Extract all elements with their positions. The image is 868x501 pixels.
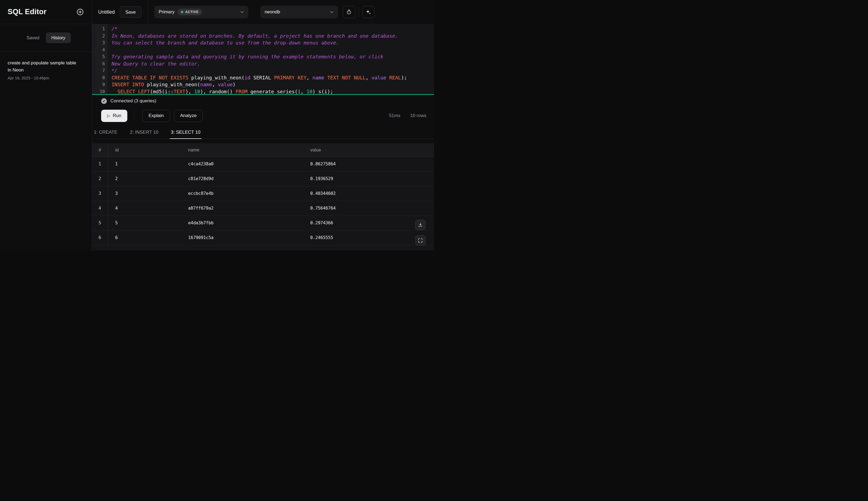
- token-plain: ,: [365, 75, 372, 81]
- chevron-down-icon: [240, 10, 244, 14]
- analyze-button[interactable]: Analyze: [174, 110, 203, 122]
- column-header-name: name: [181, 143, 303, 157]
- line-number: 3: [92, 39, 105, 46]
- file-group: Untitled Save: [92, 0, 148, 24]
- topbar: Untitled Save Primary ACTIVE neondb: [92, 0, 434, 24]
- line-numbers: 12345678910: [92, 24, 108, 94]
- save-button[interactable]: Save: [120, 6, 142, 18]
- result-cell: 5: [92, 215, 108, 230]
- results-table: #idnamevalue 11c4ca4238a00.8627586422c81…: [92, 143, 434, 250]
- code-line: Try generating sample data and querying …: [111, 53, 434, 60]
- row-count: 10 rows: [410, 113, 426, 118]
- line-number: 8: [92, 74, 105, 81]
- token-plain: generate_series(: [248, 89, 298, 94]
- query-title: Untitled: [98, 9, 115, 15]
- token-plain: ), random(): [200, 89, 235, 94]
- token-num: 10: [306, 89, 312, 94]
- clock-icon: [346, 9, 352, 15]
- token-kw: SELECT LEFT: [118, 89, 150, 94]
- token-plain: playing_with_neon(: [188, 75, 244, 81]
- branch-select[interactable]: Primary ACTIVE: [154, 6, 248, 18]
- code-area[interactable]: /*In Neon, databases are stored on branc…: [108, 24, 434, 94]
- token-plain: [111, 89, 118, 94]
- result-cell: 2: [108, 171, 181, 186]
- result-row: 661679091c5a0.2465555: [92, 230, 434, 245]
- result-row: 44a87ff679a20.75646764: [92, 201, 434, 215]
- database-select[interactable]: neondb: [260, 6, 338, 18]
- token-ident: value: [218, 82, 232, 87]
- sql-editor-app: SQL Editor SavedHistory create and popul…: [0, 0, 434, 250]
- token-plain: SERIAL: [250, 75, 274, 81]
- connection-status: ✓ Connected (3 queries): [92, 95, 434, 107]
- token-comment: You can select the branch and database t…: [111, 40, 339, 45]
- explain-button[interactable]: Explain: [142, 110, 170, 122]
- sparkles-icon: [365, 9, 371, 15]
- result-row: 55e4da3b7fbb0.2974366: [92, 215, 434, 230]
- code-line: /*: [111, 25, 434, 32]
- active-dot-icon: [181, 11, 183, 13]
- column-header-row-number: #: [92, 143, 108, 157]
- results-tabs: 1: CREATE2: INSERT 103: SELECT 10: [92, 126, 434, 139]
- new-query-button[interactable]: [76, 8, 84, 16]
- download-button[interactable]: [415, 220, 426, 230]
- sql-editor[interactable]: 12345678910 /*In Neon, databases are sto…: [92, 24, 434, 95]
- token-plain: playing_with_neon(: [144, 82, 200, 87]
- token-kw: TEXT: [174, 89, 185, 94]
- line-number: 5: [92, 53, 105, 60]
- result-row: 33eccbc87e4b0.40344602: [92, 186, 434, 201]
- line-number: 1: [92, 25, 105, 32]
- result-cell: a87ff679a2: [181, 201, 303, 215]
- line-number: 7: [92, 67, 105, 74]
- token-kw: REAL: [389, 75, 401, 81]
- token-plain: ) s(i);: [312, 89, 333, 94]
- code-line: New Query to clear the editor.: [111, 60, 434, 67]
- history-item-title: create and populate sample table in Neon: [8, 60, 77, 73]
- connection-status-text: Connected (3 queries): [110, 98, 156, 104]
- token-plain: [386, 75, 389, 81]
- results-tab-1-create[interactable]: 1: CREATE: [93, 126, 119, 139]
- chevron-down-icon: [329, 10, 334, 14]
- token-plain: (md5(i::: [150, 89, 174, 94]
- result-cell: 2: [92, 171, 108, 186]
- token-plain: ,: [212, 82, 218, 87]
- token-plain: ),: [185, 89, 194, 94]
- results-grid: #idnamevalue 11c4ca4238a00.8627586422c81…: [92, 143, 434, 245]
- sidebar-tab-saved[interactable]: Saved: [21, 32, 45, 43]
- sidebar-tabs: SavedHistory: [0, 24, 92, 52]
- sidebar-header: SQL Editor: [0, 0, 92, 24]
- token-comment: New Query to clear the editor.: [111, 61, 200, 66]
- results-tab-3-select-10[interactable]: 3: SELECT 10: [170, 126, 201, 139]
- history-item-date: Apr 16, 2025 - 10:46pm: [8, 76, 84, 80]
- run-button-label: Run: [113, 113, 121, 118]
- token-num: 10: [194, 89, 200, 94]
- check-circle-icon: ✓: [101, 98, 107, 104]
- results-header-row: #idnamevalue: [92, 143, 434, 157]
- token-ident: id: [244, 75, 251, 81]
- floating-actions: [415, 220, 426, 246]
- history-item[interactable]: create and populate sample table in Neon…: [8, 60, 84, 80]
- code-line: You can select the branch and database t…: [111, 39, 434, 46]
- download-icon: [418, 222, 423, 227]
- token-kw: CREATE TABLE IF NOT EXISTS: [111, 75, 188, 81]
- history-list: create and populate sample table in Neon…: [0, 52, 92, 88]
- column-header-value: value: [303, 143, 434, 157]
- token-ident: name: [312, 75, 324, 81]
- results-tab-2-insert-10[interactable]: 2: INSERT 10: [129, 126, 160, 139]
- app-title: SQL Editor: [8, 8, 47, 16]
- column-header-id: id: [108, 143, 181, 157]
- token-plain: ,: [306, 75, 312, 81]
- result-cell: c4ca4238a0: [181, 157, 303, 171]
- line-number: 6: [92, 60, 105, 67]
- token-plain: ): [232, 82, 235, 87]
- result-row: 22c81e728d9d0.1936529: [92, 171, 434, 186]
- circle-plus-icon: [76, 8, 84, 16]
- expand-button[interactable]: [415, 235, 426, 246]
- sidebar-tab-history[interactable]: History: [46, 32, 70, 43]
- query-history-button[interactable]: [343, 6, 355, 18]
- token-plain: [324, 75, 327, 81]
- result-cell: 5: [108, 215, 181, 230]
- result-cell: 0.75646764: [303, 201, 434, 215]
- code-line: In Neon, databases are stored on branche…: [111, 32, 434, 40]
- run-button[interactable]: ▷ Run: [101, 110, 127, 122]
- ai-assist-button[interactable]: [362, 6, 375, 18]
